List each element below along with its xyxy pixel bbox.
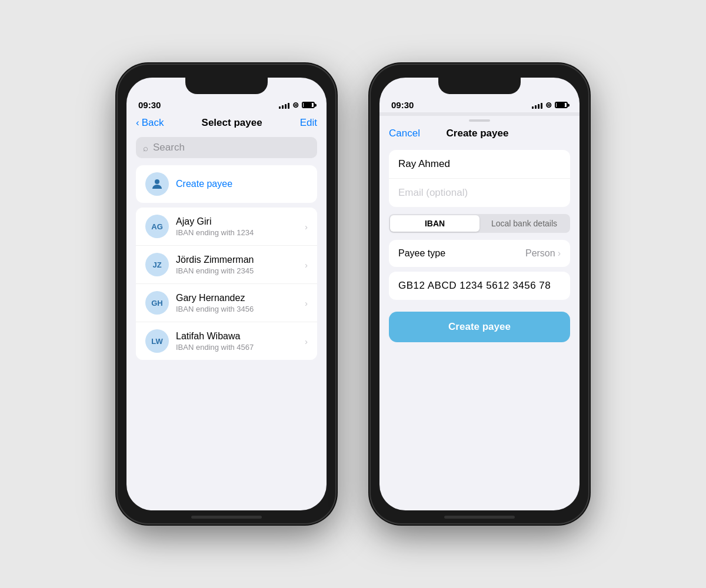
signal-icon-2 [532,102,542,109]
status-bar-1: 09:30 ⊜ [126,94,327,112]
chevron-right-icon-type: › [558,248,561,259]
name-field[interactable]: Ray Ahmed [389,150,570,179]
payee-name-0: Ajay Giri [176,216,298,227]
payee-name-3: Latifah Wibawa [176,331,298,342]
payee-sub-3: IBAN ending with 4567 [176,343,298,352]
payee-info-0: Ajay Giri IBAN ending with 1234 [176,216,298,237]
home-bar-2 [444,516,515,519]
status-time-2: 09:30 [391,100,414,110]
segment-control: IBAN Local bank details [389,214,570,233]
edit-button[interactable]: Edit [300,117,317,129]
battery-icon-1 [302,102,315,108]
payee-type-row[interactable]: Payee type Person › [389,240,570,267]
status-time-1: 09:30 [138,100,161,110]
name-value: Ray Ahmed [398,158,450,169]
home-bar-1 [191,516,262,519]
create-payee-label: Create payee [176,179,232,189]
create-payee-section: Create payee [136,165,317,203]
status-bar-2: 09:30 ⊜ [379,94,580,112]
payee-sub-2: IBAN ending with 3456 [176,305,298,313]
list-item[interactable]: GH Gary Hernandez IBAN ending with 3456 … [136,284,317,322]
email-field[interactable]: Email (optional) [389,179,570,207]
avatar-gh: GH [145,291,169,315]
payee-info-2: Gary Hernandez IBAN ending with 3456 [176,293,298,313]
cancel-button[interactable]: Cancel [389,128,420,139]
chevron-right-icon-3: › [305,336,308,346]
payee-name-1: Jördis Zimmerman [176,255,298,265]
payee-type-label: Payee type [398,248,445,259]
notch [185,78,268,94]
chevron-left-icon: ‹ [136,117,139,129]
search-placeholder: Search [153,142,185,153]
status-icons-1: ⊜ [279,101,315,109]
phone-create-payee: 09:30 ⊜ Can [371,65,588,523]
chevron-right-icon-2: › [305,298,308,308]
create-payee-avatar [145,172,169,196]
wifi-icon-2: ⊜ [545,101,552,109]
chevron-right-icon-1: › [305,260,308,270]
modal-nav: Cancel Create payee [379,122,580,145]
payee-info-1: Jördis Zimmerman IBAN ending with 2345 [176,255,298,275]
page-title-1: Select payee [202,117,262,129]
list-item[interactable]: AG Ajay Giri IBAN ending with 1234 › [136,208,317,246]
nav-bar-1: ‹ Back Select payee Edit [126,112,327,133]
svg-point-0 [155,179,159,184]
payee-info-3: Latifah Wibawa IBAN ending with 4567 [176,331,298,352]
modal-title: Create payee [447,128,509,139]
name-section: Ray Ahmed Email (optional) [389,150,570,207]
payee-type-value: Person › [525,248,561,259]
avatar-lw: LW [145,329,169,353]
wifi-icon-1: ⊜ [292,101,299,109]
search-bar[interactable]: ⌕ Search [136,137,317,158]
iban-section[interactable]: GB12 ABCD 1234 5612 3456 78 [389,272,570,300]
list-item[interactable]: JZ Jördis Zimmerman IBAN ending with 234… [136,246,317,284]
search-icon: ⌕ [143,143,148,153]
signal-icon-1 [279,102,289,109]
payee-type-section: Payee type Person › [389,240,570,267]
create-payee-item[interactable]: Create payee [136,165,317,203]
create-payee-button[interactable]: Create payee [389,312,570,342]
iban-value: GB12 ABCD 1234 5612 3456 78 [398,280,551,291]
payee-list: AG Ajay Giri IBAN ending with 1234 › JZ … [136,208,317,360]
avatar-ag: AG [145,215,169,238]
email-placeholder: Email (optional) [398,187,468,198]
avatar-jz: JZ [145,253,169,276]
battery-icon-2 [555,102,568,108]
list-item[interactable]: LW Latifah Wibawa IBAN ending with 4567 … [136,322,317,360]
payee-sub-0: IBAN ending with 1234 [176,228,298,237]
local-bank-tab[interactable]: Local bank details [479,215,569,232]
back-label: Back [142,117,164,129]
payee-name-2: Gary Hernandez [176,293,298,303]
chevron-right-icon-0: › [305,222,308,232]
notch-2 [438,78,521,94]
back-button[interactable]: ‹ Back [136,117,164,129]
status-icons-2: ⊜ [532,101,568,109]
payee-sub-1: IBAN ending with 2345 [176,266,298,275]
phone-select-payee: 09:30 ⊜ ‹ Ba [118,65,335,523]
modal-top-bar [379,112,580,116]
iban-tab[interactable]: IBAN [390,215,479,232]
